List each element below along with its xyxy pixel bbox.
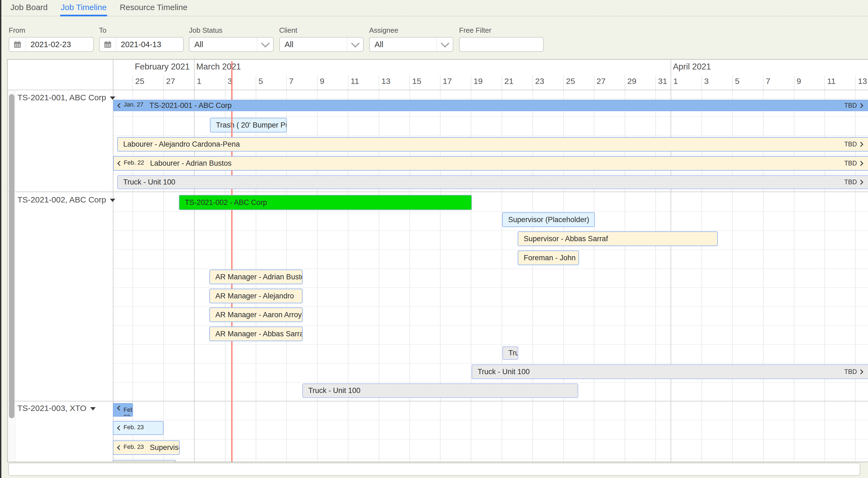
from-date-input[interactable] — [26, 40, 93, 49]
day-tick-label: 25 — [135, 76, 144, 86]
dropdown-arrow-icon[interactable] — [110, 96, 115, 100]
timeline-bar[interactable]: AR Manager - Abbas Sarraf — [209, 326, 303, 341]
timeline-bar[interactable]: Foreman - John — [518, 250, 579, 265]
bar-end-tbd: TBD — [844, 100, 863, 110]
chevron-left-icon — [117, 103, 122, 108]
calendar-icon[interactable] — [99, 38, 116, 51]
lane-gridline — [113, 458, 868, 459]
filter-free: Free Filter — [459, 26, 544, 52]
chevron-down-icon — [436, 38, 453, 51]
timeline-bar[interactable]: Feb. 23 — [113, 403, 133, 417]
lane-gridline — [113, 155, 868, 155]
timeline-bar[interactable]: Truck - Unit 100TBD — [117, 175, 868, 189]
vertical-scrollbar-thumb[interactable] — [9, 94, 14, 418]
bar-end-label: TBD — [844, 102, 857, 109]
free-filter-field[interactable] — [459, 37, 544, 52]
timeline-content: February 20212527March 20211357911131517… — [8, 60, 868, 461]
timeline-bar[interactable]: Truck — [502, 346, 518, 360]
chevron-left-icon — [117, 161, 122, 166]
job-row-border — [8, 401, 868, 402]
day-gridline — [702, 75, 702, 461]
bar-start-date: Feb. 23 — [123, 443, 144, 450]
day-tick-label: 15 — [412, 76, 421, 86]
day-gridline — [286, 75, 287, 461]
bar-label: Supervisor (Placeholder) — [508, 216, 589, 224]
day-gridline — [163, 75, 164, 461]
timeline-bar[interactable]: Truck - Unit 100TBD — [472, 364, 868, 379]
day-gridline — [825, 75, 825, 461]
job-row-label[interactable]: TS-2021-002, ABC Corp — [18, 195, 115, 204]
day-gridline — [409, 75, 410, 461]
bar-start-date: Feb. 23 — [123, 424, 144, 431]
client-select[interactable]: All — [279, 37, 364, 52]
to-date-input[interactable] — [116, 40, 183, 49]
assignee-select[interactable]: All — [369, 37, 453, 52]
filter-from: From — [9, 26, 94, 52]
bar-label: Truck — [508, 349, 518, 357]
bar-end-label: TBD — [844, 160, 857, 167]
timeline-bar[interactable]: Feb. 22Labourer - Adrian BustosTBD — [113, 156, 868, 170]
bar-label: Foreman - John — [524, 254, 576, 262]
free-filter-input[interactable] — [460, 40, 543, 49]
day-gridline — [732, 75, 733, 461]
job-row-label[interactable]: TS-2021-003, XTO — [18, 404, 96, 413]
timeline-bar[interactable]: Supervisor - Abbas Sarraf — [518, 231, 718, 246]
timeline-clip: February 20212527March 20211357911131517… — [8, 60, 868, 461]
to-date-field[interactable] — [99, 37, 184, 52]
bar-start-date: Jan. 27 — [124, 101, 144, 108]
lane-gridline — [113, 306, 868, 307]
timeline-bar[interactable]: Truck - Unit 100 — [302, 383, 578, 398]
chevron-right-icon — [858, 142, 863, 147]
day-tick-label: 1 — [197, 76, 202, 86]
day-gridline — [763, 75, 764, 461]
to-label: To — [99, 26, 184, 35]
timeline-bar[interactable]: Feb. 23Supervisor - — [113, 440, 180, 455]
filter-job-status: Job Status All — [189, 26, 274, 52]
chevron-right-icon — [858, 161, 863, 166]
timeline-bar[interactable]: Labourer - Alejandro Cardona-PenaTBD — [117, 137, 868, 152]
bar-start-date: Feb. 23 — [123, 406, 133, 417]
timeline-bar[interactable]: AR Manager - Alejandro — [209, 289, 303, 303]
from-date-field[interactable] — [9, 37, 94, 52]
tab-job-timeline[interactable]: Job Timeline — [54, 0, 113, 16]
timeline-bar[interactable] — [113, 460, 176, 461]
bar-label: TS-2021-002 - ABC Corp — [185, 198, 267, 207]
free-filter-label: Free Filter — [459, 26, 544, 35]
day-tick-label: 27 — [166, 76, 175, 86]
chevron-left-icon — [117, 425, 122, 430]
timeline-bar[interactable]: AR Manager - Aaron Arroyo — [209, 308, 303, 322]
horizontal-scrollbar[interactable] — [8, 463, 860, 476]
timeline-bar[interactable]: TS-2021-002 - ABC Corp — [179, 195, 472, 210]
day-gridline — [594, 75, 594, 461]
filter-assignee: Assignee All — [369, 26, 453, 52]
dropdown-arrow-icon[interactable] — [90, 407, 96, 410]
bar-label: Trash ( 20' Bumper Pull ) — [216, 121, 287, 129]
timeline-bar[interactable]: Feb. 23 — [113, 421, 163, 435]
chevron-right-icon — [858, 103, 863, 108]
timeline-bar[interactable]: AR Manager - Adrian Bustos — [209, 269, 303, 284]
day-gridline — [563, 75, 564, 461]
timeline-bar[interactable]: Supervisor (Placeholder) — [502, 212, 595, 227]
lane-gridline — [113, 116, 868, 117]
chevron-right-icon — [858, 369, 863, 374]
job-status-select[interactable]: All — [189, 37, 274, 52]
day-tick-label: 13 — [381, 76, 391, 86]
timeline-bar[interactable]: Trash ( 20' Bumper Pull ) — [210, 118, 287, 132]
dropdown-arrow-icon[interactable] — [110, 199, 115, 202]
tab-job-board[interactable]: Job Board — [4, 0, 54, 16]
bar-label: AR Manager - Alejandro — [215, 292, 294, 300]
bar-label: Supervisor - — [150, 443, 180, 452]
day-tick-label: 21 — [504, 76, 513, 86]
job-row-label-text: TS-2021-003, XTO — [18, 404, 86, 413]
day-gridline — [256, 75, 256, 461]
day-gridline — [625, 75, 625, 461]
assignee-label: Assignee — [369, 26, 453, 35]
bar-end-label: TBD — [844, 179, 857, 186]
day-gridline — [317, 75, 318, 461]
job-row-label[interactable]: TS-2021-001, ABC Corp — [18, 93, 115, 102]
calendar-icon[interactable] — [9, 38, 26, 51]
timeline-bar[interactable]: Jan. 27TS-2021-001 - ABC CorpTBD — [113, 100, 868, 111]
month-label: March 2021 — [196, 62, 241, 72]
tab-resource-timeline[interactable]: Resource Timeline — [113, 0, 194, 16]
bar-label: AR Manager - Abbas Sarraf — [215, 330, 303, 338]
